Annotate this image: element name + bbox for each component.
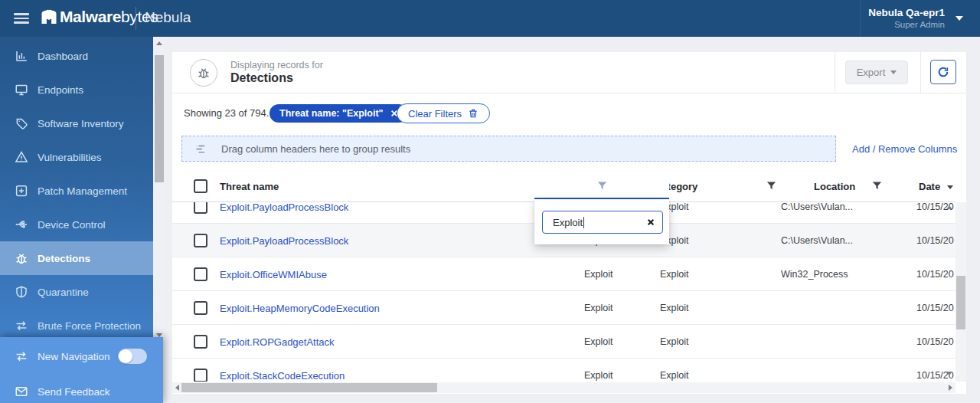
grid-scroll-down-icon[interactable] [946,372,952,375]
group-hint-text: Drag column headers here to group result… [221,143,410,155]
date-cell: 10/15/20 [916,269,954,280]
sidebar-item-quarantine[interactable]: Quarantine [0,275,153,309]
filter-input-value: Exploit [553,217,583,228]
sidebar-item-label: Brute Force Protection [38,320,141,332]
detections-card: Displaying records for Detections Export… [172,52,966,394]
sidebar-item-dashboard[interactable]: Dashboard [0,39,153,73]
send-feedback-item[interactable]: Send Feedback [0,378,163,403]
account-menu[interactable]: Nebula Qa-epr1 Super Admin [868,6,945,30]
threat-name-link[interactable]: Exploit.PayloadProcessBlock [220,234,348,246]
action-cell: Exploit [584,269,613,280]
vertical-scrollbar-thumb[interactable] [956,276,965,329]
sidebar-scrollbar-thumb[interactable] [155,55,164,182]
horizontal-scrollbar-thumb[interactable] [181,383,437,392]
header-divider [920,52,921,93]
monitor-icon [15,83,28,97]
sidebar-item-vulnerabilities[interactable]: Vulnerabilities [0,140,153,174]
filter-bar: Showing 23 of 794. Threat name: "Exploit… [172,94,966,130]
add-remove-columns-link[interactable]: Add / Remove Columns [852,143,957,155]
sort-caret-down-icon[interactable] [947,185,953,189]
sidebar-scrollbar[interactable] [154,37,165,342]
clear-filters-button[interactable]: Clear Filters [397,103,490,123]
category-cell: Exploit [660,269,689,280]
column-header-threat-name[interactable]: Threat name [220,181,279,192]
filter-popup-header[interactable] [534,174,669,199]
sidebar-item-label: Device Control [38,219,106,231]
export-button[interactable]: Export [845,61,908,84]
threat-name-link[interactable]: Exploit.OfficeWMIAbuse [220,268,327,280]
account-role: Super Admin [868,19,945,30]
clear-input-button[interactable] [647,218,655,226]
usb-icon [15,218,28,231]
brand-bold: Malware [60,8,121,26]
filter-funnel-icon[interactable] [766,180,777,192]
scrollbar-corner [956,382,966,393]
sidebar-item-label: Software Inventory [38,118,124,129]
select-all-checkbox[interactable] [194,179,207,193]
column-header-location[interactable]: Location [814,181,855,192]
malwarebytes-m-icon [40,8,58,26]
table-horizontal-scrollbar[interactable] [172,382,956,393]
sidebar-item-label: Endpoints [38,84,83,96]
malwarebytes-logo: Malwarebytes [40,8,158,26]
row-checkbox[interactable] [194,267,207,281]
showing-count: Showing 23 of 794. [184,107,269,119]
row-checkbox[interactable] [194,369,207,382]
swap-arrows-icon [15,319,28,333]
new-navigation-toggle[interactable] [118,349,147,364]
new-navigation-label: New Navigation [38,351,110,362]
dashboard-icon [15,49,28,63]
category-cell: Exploit [660,303,689,313]
table-row: Exploit.ROPGadgetAttack Exploit Exploit … [172,325,956,359]
sidebar-item-detections[interactable]: Detections [0,241,153,275]
row-checkbox[interactable] [194,335,207,349]
sidebar-item-patch-management[interactable]: Patch Management [0,174,153,208]
sidebar-item-software-inventory[interactable]: Software Inventory [0,106,153,140]
sidebar-item-label: Quarantine [38,287,89,298]
filter-popup-body: Exploit [534,199,669,244]
tag-icon [15,116,28,130]
plus-square-icon [15,184,28,198]
table-row: Exploit.StackCodeExecution Exploit Explo… [172,359,956,382]
card-header: Displaying records for Detections Export [172,52,966,93]
group-columns-icon [194,143,206,155]
clear-filters-label: Clear Filters [408,108,462,120]
page-title: Detections [230,71,293,85]
row-checkbox[interactable] [194,301,207,315]
scroll-right-arrow-icon[interactable] [949,385,952,391]
top-bar: Malwarebytes Nebula Nebula Qa-epr1 Super… [0,0,980,37]
category-cell: Exploit [660,336,689,347]
table-row: Exploit.OfficeWMIAbuse Exploit Exploit W… [172,257,956,291]
threat-name-link[interactable]: Exploit.HeapMemoryCodeExecution [220,302,380,313]
close-icon [647,218,655,226]
detections-page-icon [190,59,217,87]
threat-name-link[interactable]: Exploit.StackCodeExecution [220,369,345,381]
scroll-left-arrow-icon[interactable] [175,385,179,391]
threat-name-link[interactable]: Exploit.PayloadProcessBlock [220,202,348,213]
column-header-date[interactable]: Date [919,181,940,192]
filter-funnel-icon[interactable] [871,180,883,192]
filter-text-input[interactable]: Exploit [542,211,663,234]
table-vertical-scrollbar[interactable] [956,202,966,382]
threat-name-filter-chip[interactable]: Threat name: "Exploit" [270,104,408,123]
scroll-up-arrow-icon[interactable] [156,41,162,45]
bug-icon [15,251,28,265]
hamburger-menu-icon[interactable] [14,13,29,24]
caret-down-icon [890,70,897,74]
threat-name-link[interactable]: Exploit.ROPGadgetAttack [220,336,335,347]
date-cell: 10/15/20 [916,303,954,313]
chevron-down-icon[interactable] [956,16,963,21]
refresh-button[interactable] [930,60,956,84]
new-navigation-item[interactable]: New Navigation [0,342,163,370]
category-cell: Exploit [660,370,689,381]
group-drop-zone[interactable]: Drag column headers here to group result… [181,136,836,162]
header-divider [835,52,835,93]
sidebar-item-device-control[interactable]: Device Control [0,208,153,241]
row-checkbox[interactable] [194,202,207,214]
grid-scroll-up-icon[interactable] [946,205,952,209]
shield-icon [15,285,28,299]
sidebar-item-endpoints[interactable]: Endpoints [0,73,153,106]
sidebar-item-label: Detections [38,253,90,264]
row-checkbox[interactable] [194,234,207,247]
toggle-knob [119,349,132,363]
